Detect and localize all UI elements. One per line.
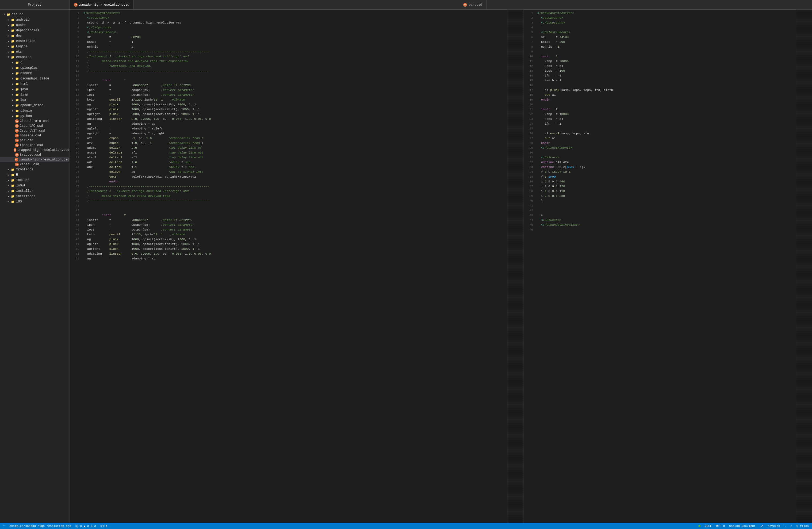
code-line[interactable]: af1 expon .1, p3, 1.0 ;exponential from … bbox=[84, 136, 505, 141]
code-line[interactable]: <;CsScore> bbox=[537, 155, 794, 160]
code-line[interactable] bbox=[537, 102, 794, 107]
code-line[interactable]: instr 2 bbox=[84, 213, 505, 218]
code-line[interactable]: endin bbox=[537, 97, 794, 102]
sidebar-item-android[interactable]: ▶ 📁 android bbox=[0, 17, 69, 23]
code-line[interactable] bbox=[84, 203, 505, 208]
left-code-content[interactable]: <;CsoundSynthesizer> <;CsOptions> csound… bbox=[81, 10, 507, 523]
code-line[interactable]: instr 1 bbox=[537, 54, 794, 59]
status-branch[interactable]: develop bbox=[768, 525, 780, 528]
code-line[interactable]: ishift = .00666667 ;shift it 8/1200. bbox=[84, 218, 505, 222]
status-encoding[interactable]: UTF-8 bbox=[716, 525, 725, 528]
code-line[interactable]: ; pitch-shifted and delayed taps thru ex… bbox=[84, 59, 505, 64]
code-line[interactable] bbox=[537, 150, 794, 155]
code-line[interactable]: instr 1 bbox=[84, 78, 505, 83]
code-line[interactable]: { 3 $FOO bbox=[537, 174, 794, 179]
sidebar-item-lisp[interactable]: ▶ 📁 lisp bbox=[0, 92, 69, 97]
code-line[interactable]: agright pluck 2000, cpsoct(ioct-ishift),… bbox=[84, 112, 505, 117]
code-line[interactable]: delayw ag ;put ag signal into bbox=[84, 170, 505, 174]
code-line[interactable]: ;Instrument 1 : plucked strings chorused… bbox=[84, 54, 505, 59]
sidebar-item-installer[interactable]: ▶ 📁 installer bbox=[0, 188, 69, 194]
code-line[interactable]: ; pitch-shifted with fixed delayed taps. bbox=[84, 194, 505, 199]
code-line[interactable]: ifn = 0 bbox=[537, 73, 794, 78]
sidebar-item-java[interactable]: ▶ 📁 java bbox=[0, 87, 69, 92]
code-line[interactable] bbox=[537, 83, 794, 88]
code-line[interactable]: ;---------------------------------------… bbox=[84, 199, 505, 203]
code-line[interactable]: kcps = p4 bbox=[537, 64, 794, 69]
code-line[interactable]: <;/CsOptions> bbox=[84, 25, 505, 30]
sidebar-item-csoundapi_tilde[interactable]: ▶ 📁 csoundapi_tilde bbox=[0, 76, 69, 81]
code-line[interactable]: i 1 0 0.1 440 bbox=[537, 179, 794, 184]
sidebar-item-include[interactable]: ▶ 📁 include bbox=[0, 178, 69, 183]
code-line[interactable]: ag pluck 1000, cpsoct(ioct+kvib), 1000, … bbox=[84, 237, 505, 242]
sidebar-item-emscripten[interactable]: ▶ 📁 emscripten bbox=[0, 39, 69, 44]
code-line[interactable]: out a1 bbox=[537, 92, 794, 97]
code-line[interactable]: #define FOO #[$BAR + 1]# bbox=[537, 165, 794, 170]
code-line[interactable]: adump delayr 2.0 ;set delay line of bbox=[84, 146, 505, 150]
sidebar-item-dependencies[interactable]: ▶ 📁 dependencies bbox=[0, 28, 69, 33]
code-line[interactable]: ifn = 1 bbox=[537, 121, 794, 126]
sidebar-item-opcode_demos[interactable]: ▶ 📁 opcode_demos bbox=[0, 103, 69, 108]
code-line[interactable]: atap2 deltap3 af2 ;tap delay line wit bbox=[84, 155, 505, 160]
sidebar-item-interfaces[interactable]: ▶ 📁 interfaces bbox=[0, 194, 69, 199]
code-line[interactable]: kvib poscil 1/120, ipch/50, 1 ;vibrato bbox=[84, 232, 505, 237]
code-line[interactable]: <;/CsInstruments> bbox=[537, 146, 794, 150]
sidebar-item-csound[interactable]: ▼ 📁 csound bbox=[0, 12, 69, 17]
code-line[interactable]: ag pluck 2000, cpsoct(ioct+kvib), 1000, … bbox=[84, 102, 505, 107]
code-line[interactable]: ; functions, and delayed. bbox=[84, 64, 505, 69]
sidebar-item-CsoundAC.csd[interactable]: cs CsoundAC.csd bbox=[0, 123, 69, 128]
sidebar-item-hommage.csd[interactable]: cs hommage.csd bbox=[0, 133, 69, 138]
code-line[interactable]: out a1 bbox=[537, 136, 794, 141]
code-line[interactable] bbox=[537, 227, 794, 232]
code-line[interactable]: ag = adamping * ag bbox=[84, 121, 505, 126]
code-line[interactable]: kcps = p4 bbox=[537, 117, 794, 121]
code-line[interactable]: ishift = .00666667 ;shift it 8/1200. bbox=[84, 83, 505, 88]
sidebar-item-H[interactable]: ▶ 📁 H bbox=[0, 172, 69, 178]
code-line[interactable]: imeth = 1 bbox=[537, 78, 794, 83]
sidebar-item-lua[interactable]: ▶ 📁 lua bbox=[0, 97, 69, 103]
code-line[interactable]: ksmps = 300 bbox=[537, 40, 794, 44]
code-line[interactable]: nchnls = 2 bbox=[84, 44, 505, 49]
code-line[interactable]: outs agleft+atap1+ad1, agright+atap2+ad2 bbox=[84, 174, 505, 179]
left-editor-content[interactable]: 1234567891011121314151617181920212223242… bbox=[70, 10, 523, 523]
sidebar-item-cplusplus[interactable]: ▶ 📁 cplusplus bbox=[0, 65, 69, 71]
code-line[interactable]: <;CsOptions> bbox=[84, 15, 505, 20]
code-line[interactable]: ipch = cpspch(p5) ;convert parameter bbox=[84, 88, 505, 92]
code-line[interactable]: <;/CsScore> bbox=[537, 218, 794, 222]
code-line[interactable]: sr = 44100 bbox=[537, 35, 794, 40]
code-line[interactable]: endin bbox=[537, 141, 794, 146]
code-line[interactable]: <;CsOptions> bbox=[537, 15, 794, 20]
code-line[interactable]: ksmps = 1 bbox=[84, 40, 505, 44]
code-line[interactable]: ;Instrument 2 : plucked strings chorused… bbox=[84, 189, 505, 194]
code-line[interactable]: <;/CsOptions> bbox=[537, 20, 794, 25]
sidebar-item-etc[interactable]: ▶ 📁 etc bbox=[0, 49, 69, 55]
code-line[interactable]: i 2 0 0.1 330 bbox=[537, 194, 794, 199]
code-line[interactable]: ad2 deltap3 1.1 ;delay 1.1 sec. bbox=[84, 165, 505, 170]
code-line[interactable]: af2 expon 1.0, p3, .1 ;exponential from … bbox=[84, 141, 505, 146]
code-line[interactable]: kvib poscil 1/120, ipch/50, 1 ;vibrato bbox=[84, 97, 505, 102]
code-line[interactable]: csound -d -R -W -Z -f -o xanadu-high-res… bbox=[84, 20, 505, 25]
sidebar-item-CsoundVST.csd[interactable]: cs CsoundVST.csd bbox=[0, 128, 69, 133]
code-line[interactable]: ipch = cpspch(p5) ;convert parameter bbox=[84, 222, 505, 227]
code-line[interactable]: } bbox=[537, 199, 794, 203]
sidebar-item-iOS[interactable]: ▶ 📁 iOS bbox=[0, 199, 69, 204]
sidebar-item-cscore[interactable]: ▶ 📁 cscore bbox=[0, 71, 69, 76]
code-line[interactable]: ioct = octpch(p5) ;convert parameter bbox=[84, 92, 505, 97]
code-line[interactable]: <;CsoundSynthesizer> bbox=[84, 11, 505, 15]
sidebar-item-plugin[interactable]: ▶ 📁 plugin bbox=[0, 108, 69, 113]
code-line[interactable]: f 1 0 16384 10 1 bbox=[537, 170, 794, 174]
code-line[interactable]: instr 2 bbox=[537, 107, 794, 112]
sidebar-item-tpscaler.csd[interactable]: cs tpscaler.csd bbox=[0, 143, 69, 148]
code-line[interactable] bbox=[84, 208, 505, 213]
code-line[interactable]: atap1 deltap3 af1 ;tap delay line wit bbox=[84, 150, 505, 155]
code-line[interactable]: agright pluck 1000, cpsoct(ioct-ishift),… bbox=[84, 247, 505, 251]
code-line[interactable] bbox=[537, 208, 794, 213]
code-line[interactable]: kamp = 10000 bbox=[537, 112, 794, 117]
code-line[interactable]: sr = 88200 bbox=[84, 35, 505, 40]
code-line[interactable]: e bbox=[537, 213, 794, 218]
code-line[interactable]: i 2 0 0.1 220 bbox=[537, 184, 794, 189]
sidebar-item-InOut[interactable]: ▶ 📁 InOut bbox=[0, 183, 69, 188]
code-line[interactable]: agleft = adamping * agleft bbox=[84, 126, 505, 131]
code-line[interactable]: ;---------------------------------------… bbox=[84, 69, 505, 73]
code-line[interactable]: ad1 deltap3 2.0 ;delay 2 sec. bbox=[84, 160, 505, 165]
sidebar-item-par.csd[interactable]: cs par.csd bbox=[0, 138, 69, 143]
